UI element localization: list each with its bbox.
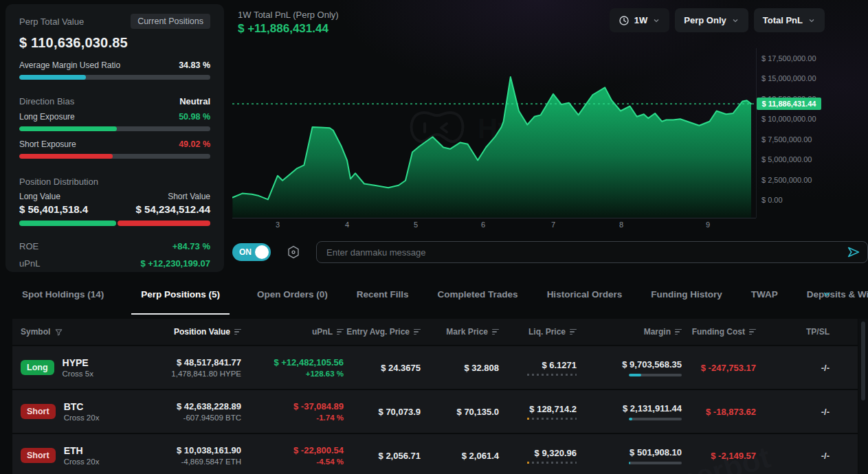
- table-header: SymbolPosition ValueuPnLEntry Avg. Price…: [12, 319, 858, 345]
- column-header-tp-sl: TP/SL: [756, 327, 830, 337]
- distribution-bar-long: [19, 221, 116, 226]
- long-exposure-value: 50.98 %: [179, 112, 210, 122]
- margin-ratio-bar: [629, 462, 682, 464]
- position-row-btc[interactable]: ShortBTCCross 20x$ 42,638,228.89-607.945…: [12, 390, 858, 433]
- column-label: Funding Cost: [692, 327, 745, 337]
- column-label: Position Value: [174, 327, 230, 337]
- current-pnl-badge: $ 11,886,431.44: [757, 98, 821, 110]
- liq-price-cell: $ 9,320.96: [499, 448, 577, 464]
- table-scrollbar: [858, 319, 868, 474]
- positions-section: Spot Holdings (14)Perp Positions (5)Open…: [0, 275, 868, 474]
- sort-icon: [492, 329, 499, 335]
- side-badge: Long: [21, 360, 54, 375]
- scrollbar-thumb[interactable]: [861, 321, 865, 400]
- liq-price-cell: $ 128,714.2: [499, 404, 577, 420]
- margin-cell: $ 501,908.10: [577, 447, 682, 464]
- metric-label: Total PnL: [763, 15, 803, 25]
- margin-used-label: Average Margin Used Ratio: [19, 60, 120, 70]
- tpsl-cell: -/-: [756, 363, 830, 373]
- entry-price-cell: $ 70,073.9: [344, 407, 421, 417]
- column-label: Symbol: [21, 327, 50, 337]
- mark-price-cell: $ 2,061.4: [421, 451, 499, 461]
- margin-used-bar: [19, 75, 210, 80]
- liq-dotted-underline: [527, 374, 577, 376]
- danmaku-message-input[interactable]: [316, 241, 868, 263]
- position-row-eth[interactable]: ShortETHCross 20x$ 10,038,161.90-4,869.5…: [12, 434, 858, 474]
- tab-completed-trades[interactable]: Completed Trades: [436, 275, 520, 315]
- pnl-chart-panel: 1W Total PnL (Perp Only) $ +11,886,431.4…: [227, 0, 868, 275]
- sort-icon: [337, 329, 344, 335]
- x-axis-label: 4: [345, 221, 349, 229]
- liq-dotted-underline: [527, 462, 577, 464]
- chevron-down-icon: [821, 289, 832, 300]
- direction-bias-value: Neutral: [179, 96, 210, 106]
- upnl-label: uPnL: [19, 258, 40, 269]
- symbol-cell: LongHYPECross 5x: [21, 357, 137, 378]
- tab-perp-positions-5[interactable]: Perp Positions (5): [131, 275, 230, 315]
- column-header-position-value[interactable]: Position Value: [137, 327, 241, 337]
- margin-cell: $ 2,131,911.44: [577, 403, 682, 420]
- danmaku-toggle-label: ON: [239, 247, 252, 257]
- column-header-funding-cost[interactable]: Funding Cost: [682, 327, 756, 337]
- tabs-overflow-button[interactable]: [821, 289, 832, 300]
- upnl-cell: $ +12,482,105.56+128.63 %: [241, 357, 344, 378]
- position-value-cell: $ 10,038,161.90-4,869.5847 ETH: [137, 445, 241, 466]
- tpsl-cell: -/-: [756, 407, 830, 417]
- leverage-mode: Cross 20x: [64, 414, 100, 422]
- distribution-bar: [19, 221, 210, 226]
- send-icon: [846, 245, 861, 260]
- x-axis-label: 7: [551, 221, 555, 229]
- sort-icon: [414, 329, 421, 335]
- tab-recent-fills[interactable]: Recent Fills: [355, 275, 410, 315]
- roe-value: +84.73 %: [173, 241, 210, 251]
- tab-funding-history[interactable]: Funding History: [649, 275, 724, 315]
- short-exposure-bar: [19, 154, 210, 159]
- tab-historical-orders[interactable]: Historical Orders: [546, 275, 624, 315]
- y-axis-label: $ 7,500,000.00: [761, 135, 812, 144]
- column-header-symbol[interactable]: Symbol: [21, 327, 137, 337]
- liq-price-cell: $ 6.1271: [499, 360, 577, 376]
- column-header-upnl[interactable]: uPnL: [241, 327, 344, 337]
- column-header-margin[interactable]: Margin: [577, 327, 682, 337]
- settings-hexagon-icon: [286, 245, 301, 260]
- position-row-hype[interactable]: LongHYPECross 5x$ 48,517,841.771,478,841…: [12, 346, 858, 389]
- danmaku-settings-button[interactable]: [286, 245, 301, 260]
- danmaku-toggle-knob: [255, 245, 269, 259]
- chart-title: 1W Total PnL (Perp Only): [238, 10, 339, 20]
- upnl-cell: $ -37,084.89-1.74 %: [241, 401, 344, 422]
- short-exposure-label: Short Exposure: [19, 139, 76, 149]
- liq-dotted-underline: [527, 418, 577, 420]
- y-axis-label: $ 17,500,000.00: [761, 54, 816, 63]
- sort-icon: [570, 329, 577, 335]
- tab-spot-holdings-14[interactable]: Spot Holdings (14): [21, 275, 105, 315]
- long-value: $ 56,401,518.4: [19, 203, 88, 215]
- metric-select[interactable]: Total PnL: [754, 8, 825, 32]
- roe-label: ROE: [19, 241, 38, 251]
- x-axis-label: 9: [706, 221, 710, 229]
- upnl-cell: $ -22,800.54-4.54 %: [241, 445, 344, 466]
- tab-deposits-withdra[interactable]: Deposits & Withdra: [805, 275, 868, 315]
- column-header-entry-avg-price[interactable]: Entry Avg. Price: [344, 327, 421, 337]
- positions-table: SymbolPosition ValueuPnLEntry Avg. Price…: [12, 319, 858, 474]
- position-value-cell: $ 48,517,841.771,478,841.80 HYPE: [137, 357, 241, 378]
- send-danmaku-button[interactable]: [846, 245, 861, 260]
- upnl-value: $ +12,230,199.07: [140, 258, 210, 269]
- period-select[interactable]: 1W: [610, 8, 670, 32]
- perp-total-value-card: Perp Total Value Current Positions $ 110…: [5, 4, 224, 272]
- period-label: 1W: [634, 15, 648, 25]
- tab-open-orders-0[interactable]: Open Orders (0): [256, 275, 329, 315]
- scope-select[interactable]: Perp Only: [675, 8, 748, 32]
- entry-price-cell: $ 24.3675: [344, 363, 421, 373]
- column-header-mark-price[interactable]: Mark Price: [421, 327, 499, 337]
- funding-cost-cell: $ -247,753.17: [682, 363, 756, 373]
- distribution-bar-short: [118, 221, 210, 226]
- long-value-label: Long Value: [19, 192, 60, 201]
- short-value-label: Short Value: [168, 192, 210, 201]
- danmaku-toggle[interactable]: ON: [232, 243, 271, 261]
- perp-total-value: $ 110,636,030.85: [19, 35, 210, 51]
- tab-twap[interactable]: TWAP: [750, 275, 779, 315]
- column-header-liq-price[interactable]: Liq. Price: [499, 327, 577, 337]
- sort-icon: [234, 329, 241, 335]
- position-distribution-label: Position Distribution: [19, 177, 210, 187]
- sort-icon: [675, 329, 682, 335]
